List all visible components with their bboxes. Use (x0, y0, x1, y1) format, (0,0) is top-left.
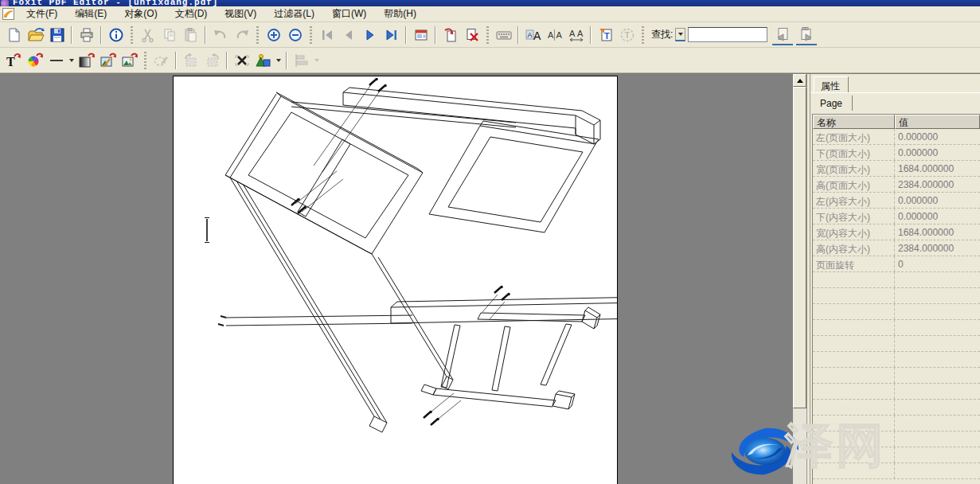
zoom-out-button[interactable] (284, 25, 306, 45)
property-row[interactable]: 下(页面大小)0.000000 (813, 145, 980, 161)
add-shape-dropdown[interactable] (274, 50, 283, 71)
menu-window[interactable]: 窗口(W) (323, 6, 375, 23)
rotate-left-icon (182, 52, 200, 69)
panel-title-tab[interactable]: 属性 (814, 76, 849, 93)
property-name: 下(内容大小) (813, 209, 895, 224)
property-name: 下(页面大小) (813, 145, 895, 160)
text-object-button[interactable]: T (616, 25, 638, 45)
rotate-left-button[interactable] (180, 50, 201, 71)
app-icon (1, 0, 9, 6)
menu-object[interactable]: 对象(O) (115, 6, 166, 23)
property-value[interactable]: 2384.000000 (895, 177, 980, 192)
prev-page-button[interactable] (338, 25, 359, 45)
print-button[interactable] (76, 25, 97, 45)
delete-page-icon (464, 27, 480, 43)
last-page-button[interactable] (381, 25, 402, 45)
add-image-button[interactable] (119, 50, 140, 71)
property-value[interactable]: 1684.000000 (895, 161, 980, 176)
pdf-page[interactable] (173, 76, 618, 484)
rotate-right-button[interactable] (201, 50, 223, 71)
keyboard-button[interactable] (493, 25, 514, 45)
save-button[interactable] (46, 25, 68, 45)
info-button[interactable] (105, 25, 127, 45)
property-value[interactable]: 0 (895, 256, 980, 271)
property-name: 宽(页面大小) (813, 161, 895, 176)
copy-button[interactable] (158, 25, 180, 45)
cut-button[interactable] (137, 25, 158, 45)
delete-object-button[interactable] (231, 50, 252, 71)
property-value[interactable]: 0.000000 (895, 129, 980, 144)
align-icon (293, 52, 310, 69)
menu-help[interactable]: 帮助(H) (375, 6, 425, 23)
column-header-name[interactable]: 名称 (813, 115, 895, 129)
menu-view[interactable]: 视图(V) (216, 6, 265, 23)
find-input[interactable] (688, 27, 767, 42)
property-value[interactable]: 0.000000 (895, 145, 980, 160)
property-row[interactable]: 下(内容大小)0.000000 (813, 209, 980, 224)
zoom-in-button[interactable] (263, 25, 284, 45)
next-page-button[interactable] (359, 25, 381, 45)
char-spacing-icon: A A (546, 27, 564, 43)
line-style-dropdown[interactable] (67, 50, 76, 71)
add-gradient-button[interactable] (76, 50, 97, 71)
menu-edit[interactable]: 编辑(E) (66, 6, 115, 23)
property-row-empty (813, 272, 980, 288)
undo-button[interactable] (209, 25, 231, 45)
find-next-page-icon (798, 26, 814, 42)
property-row[interactable]: 页面旋转0 (813, 256, 980, 272)
add-color-button[interactable] (24, 50, 45, 71)
property-row-empty (813, 288, 980, 304)
insert-page-icon (443, 27, 459, 43)
add-shape-button[interactable] (252, 50, 274, 71)
property-value[interactable]: 2384.000000 (895, 240, 980, 256)
char-scale-button[interactable]: A A (565, 25, 587, 45)
align-dropdown[interactable] (312, 50, 321, 71)
property-row[interactable]: 高(页面大小)2384.000000 (813, 177, 980, 193)
chevron-down-icon (678, 33, 683, 36)
edit-object-button[interactable] (150, 50, 172, 71)
scroll-up-button[interactable] (793, 74, 806, 87)
property-value[interactable]: 1684.000000 (895, 224, 980, 240)
property-row[interactable]: 左(页面大小)0.000000 (813, 129, 980, 145)
menu-filter[interactable]: 过滤器(L) (265, 6, 323, 23)
insert-text-button[interactable]: T (595, 25, 616, 45)
find-next-button[interactable] (796, 25, 817, 45)
property-value[interactable]: 0.000000 (895, 193, 980, 208)
svg-text:A: A (527, 31, 532, 39)
property-row[interactable]: 宽(页面大小)1684.000000 (813, 161, 980, 177)
chevron-down-icon (276, 59, 281, 62)
redo-arrow-icon (234, 27, 250, 43)
page-layout-icon (413, 27, 429, 43)
page-layout-button[interactable] (410, 25, 431, 45)
add-text-button[interactable]: T (2, 50, 24, 71)
property-value[interactable]: 0.000000 (895, 209, 980, 224)
edit-image-button[interactable] (97, 50, 119, 71)
property-row[interactable]: 宽(内容大小)1684.000000 (813, 224, 980, 240)
delete-page-button[interactable] (461, 25, 482, 45)
redo-button[interactable] (231, 25, 252, 45)
align-button[interactable] (291, 50, 312, 71)
line-style-button[interactable] (45, 50, 67, 71)
find-history-dropdown[interactable] (675, 28, 685, 41)
scrollbar-thumb[interactable] (793, 87, 806, 408)
tab-page[interactable]: Page (814, 96, 853, 111)
char-spacing-button[interactable]: A A (544, 25, 565, 45)
column-header-value[interactable]: 值 (895, 115, 980, 129)
menu-document[interactable]: 文档(D) (166, 6, 217, 23)
paste-button[interactable] (180, 25, 201, 45)
insert-page-button[interactable] (439, 25, 461, 45)
last-page-icon (384, 27, 400, 43)
property-row[interactable]: 高(内容大小)2384.000000 (813, 240, 980, 256)
open-button[interactable] (25, 25, 46, 45)
char-scale-icon: A A (568, 27, 585, 43)
property-row[interactable]: 左(内容大小)0.000000 (813, 193, 980, 209)
find-prev-button[interactable] (772, 25, 793, 45)
main-toolbar: A A A A A A T T (0, 22, 980, 48)
menu-file[interactable]: 文件(F) (18, 6, 66, 23)
font-size-button[interactable]: A A (522, 25, 544, 45)
first-page-button[interactable] (316, 25, 338, 45)
document-canvas[interactable] (0, 74, 793, 484)
new-document-button[interactable] (3, 25, 25, 45)
document-icon[interactable] (2, 8, 14, 20)
property-row-empty (813, 336, 980, 352)
